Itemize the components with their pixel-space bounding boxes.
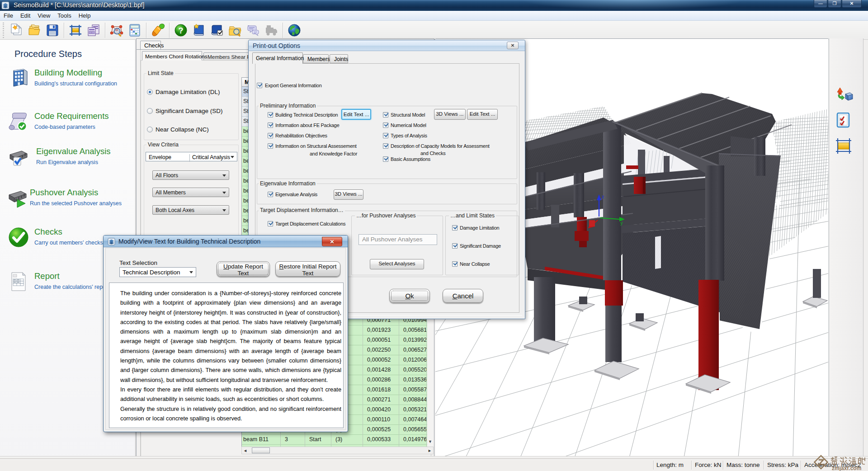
svg-text:z: z [602, 194, 604, 199]
svg-text:?: ? [179, 26, 184, 35]
svg-text:y: y [620, 220, 623, 226]
